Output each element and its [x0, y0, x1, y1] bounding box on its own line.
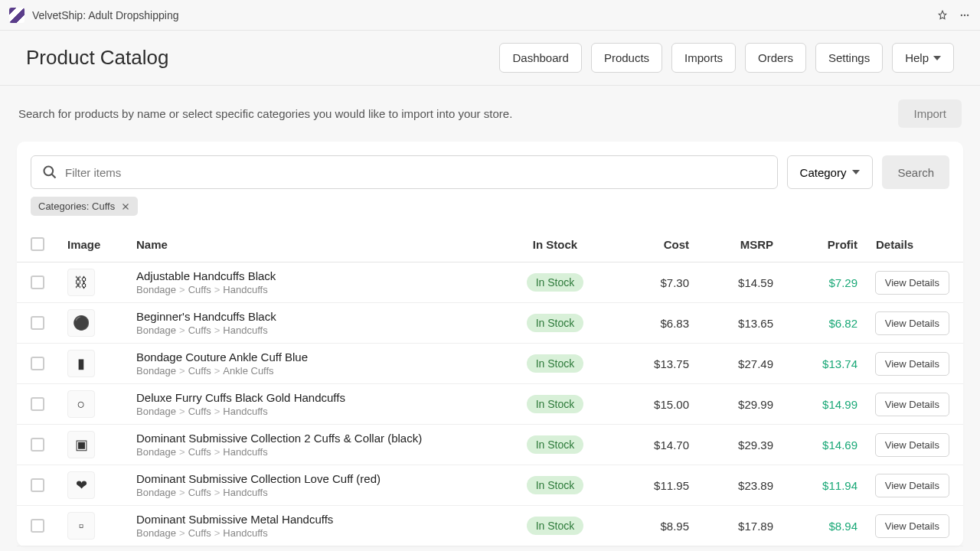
table-row: ⚫Beginner's Handcuffs BlackBondage>Cuffs… [17, 303, 963, 344]
nav-products[interactable]: Products [591, 43, 662, 73]
chevron-down-icon [933, 56, 941, 60]
view-details-button[interactable]: View Details [875, 352, 949, 376]
product-breadcrumb: Bondage>Cuffs>Handcuffs [136, 406, 505, 417]
product-thumb: ⚫ [67, 309, 95, 337]
msrp-value: $14.59 [689, 276, 773, 289]
table-header: Image Name In Stock Cost MSRP Profit Det… [17, 227, 963, 262]
view-details-button[interactable]: View Details [875, 393, 949, 416]
product-thumb: ▫ [67, 512, 95, 540]
profit-value: $7.29 [773, 276, 858, 289]
cost-value: $6.83 [605, 317, 689, 330]
view-details-button[interactable]: View Details [875, 311, 949, 335]
product-name: Bondage Couture Ankle Cuff Blue [136, 350, 505, 364]
row-checkbox[interactable] [31, 438, 44, 452]
msrp-value: $17.89 [689, 520, 773, 533]
view-details-button[interactable]: View Details [875, 474, 949, 497]
view-details-button[interactable]: View Details [875, 514, 949, 538]
product-thumb: ○ [67, 390, 95, 418]
row-checkbox[interactable] [31, 478, 44, 492]
product-name: Dominant Submissive Metal Handcuffs [136, 513, 505, 526]
col-cost: Cost [605, 238, 689, 251]
table-row: ○Deluxe Furry Cuffs Black Gold Handcuffs… [17, 384, 963, 425]
more-icon[interactable] [959, 10, 971, 21]
close-icon[interactable] [121, 202, 130, 211]
col-name: Name [136, 238, 505, 251]
table-row: ⛓Adjustable Handcuffs BlackBondage>Cuffs… [17, 262, 963, 303]
row-checkbox[interactable] [31, 519, 44, 533]
subheader-desc: Search for products by name or select sp… [18, 107, 512, 120]
search-button[interactable]: Search [882, 155, 949, 189]
svg-point-0 [961, 14, 962, 15]
filter-chips: Categories: Cuffs [17, 189, 963, 227]
product-name: Deluxe Furry Cuffs Black Gold Handcuffs [136, 391, 505, 404]
catalog-card: Category Search Categories: Cuffs Image … [17, 142, 963, 546]
product-thumb: ❤ [67, 471, 95, 499]
profit-value: $11.94 [773, 479, 858, 492]
select-all-checkbox[interactable] [31, 237, 44, 251]
view-details-button[interactable]: View Details [875, 433, 949, 457]
header: Product Catalog Dashboard Products Impor… [0, 31, 980, 86]
view-details-button[interactable]: View Details [875, 271, 949, 295]
msrp-value: $29.99 [689, 398, 773, 411]
svg-point-1 [964, 14, 965, 15]
product-name: Dominant Submissive Collection Love Cuff… [136, 472, 505, 485]
product-breadcrumb: Bondage>Cuffs>Handcuffs [136, 284, 505, 295]
product-breadcrumb: Bondage>Cuffs>Handcuffs [136, 324, 505, 336]
cost-value: $11.95 [605, 479, 689, 492]
profit-value: $8.94 [773, 520, 858, 533]
msrp-value: $29.39 [689, 439, 773, 452]
svg-point-3 [44, 167, 54, 176]
filter-chip: Categories: Cuffs [31, 197, 138, 216]
cost-value: $15.00 [605, 398, 689, 411]
search-box[interactable] [31, 155, 778, 189]
profit-value: $14.99 [773, 398, 858, 411]
table-row: ❤Dominant Submissive Collection Love Cuf… [17, 465, 963, 506]
product-name: Beginner's Handcuffs Black [136, 310, 505, 323]
nav-settings[interactable]: Settings [815, 43, 883, 73]
product-breadcrumb: Bondage>Cuffs>Handcuffs [136, 487, 505, 498]
row-checkbox[interactable] [31, 397, 44, 411]
msrp-value: $13.65 [689, 317, 773, 330]
nav-dashboard[interactable]: Dashboard [499, 43, 581, 73]
product-breadcrumb: Bondage>Cuffs>Handcuffs [136, 446, 505, 458]
search-icon [42, 165, 57, 180]
cost-value: $8.95 [605, 520, 689, 533]
app-icon [9, 8, 24, 23]
cost-value: $14.70 [605, 439, 689, 452]
product-thumb: ⛓ [67, 269, 95, 296]
profit-value: $14.69 [773, 439, 858, 452]
nav-imports[interactable]: Imports [671, 43, 736, 73]
stock-badge: In Stock [527, 314, 584, 332]
nav-help-label: Help [905, 51, 929, 64]
product-thumb: ▣ [67, 431, 95, 458]
row-checkbox[interactable] [31, 276, 44, 289]
stock-badge: In Stock [527, 476, 584, 494]
chevron-down-icon [852, 170, 860, 174]
stock-badge: In Stock [527, 354, 584, 373]
search-input[interactable] [65, 166, 766, 179]
svg-line-4 [52, 174, 56, 178]
stock-badge: In Stock [527, 517, 584, 535]
cost-value: $13.75 [605, 357, 689, 370]
product-breadcrumb: Bondage>Cuffs>Ankle Cuffs [136, 365, 505, 377]
import-button[interactable]: Import [898, 99, 962, 128]
msrp-value: $23.89 [689, 479, 773, 492]
pin-icon[interactable] [937, 10, 948, 21]
stock-badge: In Stock [527, 395, 584, 413]
row-checkbox[interactable] [31, 316, 44, 330]
nav-orders[interactable]: Orders [745, 43, 806, 73]
svg-point-2 [967, 14, 969, 15]
col-msrp: MSRP [689, 238, 773, 251]
col-stock: In Stock [505, 238, 605, 251]
col-image: Image [67, 238, 136, 251]
row-checkbox[interactable] [31, 357, 44, 370]
nav: Dashboard Products Imports Orders Settin… [499, 43, 954, 73]
nav-help[interactable]: Help [892, 43, 954, 73]
cost-value: $7.30 [605, 276, 689, 289]
table-row: ▮Bondage Couture Ankle Cuff BlueBondage>… [17, 344, 963, 384]
subheader: Search for products by name or select sp… [0, 86, 980, 128]
profit-value: $13.74 [773, 357, 858, 370]
category-button[interactable]: Category [787, 155, 874, 189]
category-label: Category [800, 166, 847, 179]
stock-badge: In Stock [527, 273, 584, 292]
